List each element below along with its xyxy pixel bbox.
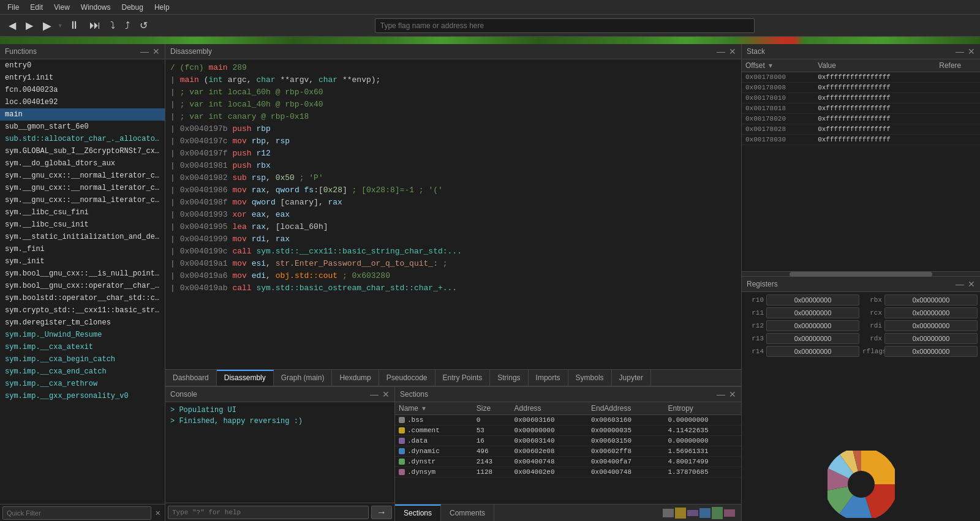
function-list-item[interactable]: sym.imp.__cxa_begin_catch	[0, 353, 165, 365]
registers-minimize-icon[interactable]: —	[956, 279, 964, 289]
register-value-input[interactable]	[884, 294, 978, 305]
menu-file[interactable]: File	[2, 2, 24, 13]
function-list-item[interactable]: sym.__do_global_dtors_aux	[0, 157, 165, 170]
menu-edit[interactable]: Edit	[25, 2, 48, 13]
register-value-input[interactable]	[884, 333, 978, 344]
asm-line[interactable]: | 0x00401982 sub rsp, 0x50 ; 'P'	[170, 172, 736, 184]
sections-table-row[interactable]: .data 16 0x00603140 0x00603150 0.0000000…	[395, 436, 741, 446]
asm-line[interactable]: | 0x004019ab call sym.std::basic_ostream…	[170, 282, 736, 294]
sections-table-row[interactable]: .comment 53 0x00000000 0x00000035 4.1142…	[395, 425, 741, 436]
back-button[interactable]: ◀	[5, 18, 20, 32]
stack-minimize-icon[interactable]: —	[956, 47, 964, 56]
asm-line[interactable]: | 0x004019a6 mov edi, obj.std::cout ; 0x…	[170, 270, 736, 282]
function-list-item[interactable]: sym.__static_initialization_and_destruct…	[0, 231, 165, 243]
function-list-item[interactable]: sym.bool__gnu_cxx::__is_null_pointer_cha…	[0, 268, 165, 280]
menu-windows[interactable]: Windows	[76, 2, 116, 13]
col-address[interactable]: Address	[511, 402, 587, 415]
asm-line[interactable]: | 0x00401993 xor eax, eax	[170, 209, 736, 221]
function-list-item[interactable]: sub__gmon_start_6e0	[0, 121, 165, 133]
sections-table-row[interactable]: .bss 0 0x00603160 0x00603160 0.00000000	[395, 415, 741, 425]
asm-line[interactable]: | 0x00401986 mov rax, qword fs:[0x28] ; …	[170, 184, 736, 197]
asm-line[interactable]: | ; var int canary @ rbp-0x18	[170, 111, 736, 123]
tab-disassembly[interactable]: Disassembly	[217, 370, 274, 386]
register-value-input[interactable]	[766, 307, 859, 318]
function-list-item[interactable]: sub.std::allocator_char_._allocator_490	[0, 133, 165, 145]
console-send-button[interactable]: →	[371, 506, 392, 519]
disassembly-content[interactable]: / (fcn) main 289| main (int argc, char *…	[165, 59, 741, 369]
function-list-item[interactable]: sym.__gnu_cxx::__normal_iterator_char_sl…	[0, 194, 165, 206]
asm-line[interactable]: | 0x0040197b push rbp	[170, 123, 736, 135]
tab-hexdump[interactable]: Hexdump	[332, 370, 379, 386]
tab-jupyter[interactable]: Jupyter	[612, 370, 651, 386]
console-close-icon[interactable]: ✕	[382, 389, 390, 399]
tab-entry-points[interactable]: Entry Points	[435, 370, 491, 386]
registers-close-icon[interactable]: ✕	[968, 279, 975, 289]
menu-view[interactable]: View	[49, 2, 75, 13]
tab-imports[interactable]: Imports	[529, 370, 568, 386]
stack-horizontal-scroll[interactable]	[742, 271, 980, 276]
register-value-input[interactable]	[884, 307, 978, 318]
asm-line[interactable]: | 0x0040199c call sym.std::__cxx11::basi…	[170, 246, 736, 258]
menu-debug[interactable]: Debug	[117, 2, 148, 13]
asm-line[interactable]: | 0x00401995 lea rax, [local_60h]	[170, 221, 736, 233]
function-list-item[interactable]: sym.crypto_std::__cxx11::basic_string_ch…	[0, 304, 165, 317]
minimize-icon[interactable]: —	[140, 47, 149, 56]
col-size[interactable]: Size	[473, 402, 511, 415]
function-list-item[interactable]: sym.GLOBAL_sub_I__Z6cryptoRNSt7_cx...	[0, 145, 165, 157]
tab-comments[interactable]: Comments	[441, 504, 494, 521]
stack-close-icon[interactable]: ✕	[968, 47, 975, 56]
asm-line[interactable]: | main (int argc, char **argv, char **en…	[170, 74, 736, 86]
function-list-item[interactable]: sym.__libc_csu_fini	[0, 206, 165, 219]
sections-table-row[interactable]: .dynstr 2143 0x00400748 0x00400fa7 4.800…	[395, 457, 741, 467]
function-list-item[interactable]: loc.00401e92	[0, 96, 165, 108]
register-value-input[interactable]	[884, 346, 978, 357]
close-icon[interactable]: ✕	[153, 47, 160, 56]
function-list-item[interactable]: sym._init	[0, 255, 165, 268]
sections-table-row[interactable]: .dynsym 1128 0x004002e0 0x00400748 1.378…	[395, 467, 741, 478]
asm-line[interactable]: | 0x00401981 push rbx	[170, 160, 736, 172]
console-minimize-icon[interactable]: —	[370, 389, 379, 399]
function-list-item[interactable]: entry0	[0, 59, 165, 72]
pause-button[interactable]: ⏸	[65, 18, 83, 33]
register-value-input[interactable]	[884, 320, 978, 331]
sections-table-row[interactable]: .dynamic 496 0x00602e08 0x00602ff8 1.569…	[395, 446, 741, 457]
function-list-item[interactable]: sym.imp.__cxa_atexit	[0, 341, 165, 353]
tab-sections[interactable]: Sections	[395, 504, 441, 521]
flag-search-input[interactable]	[375, 18, 755, 33]
function-list-item[interactable]: sym.__gnu_cxx::__normal_iterator_char_sl…	[0, 182, 165, 194]
stack-col-refere[interactable]: Refere	[935, 59, 980, 72]
tab-symbols[interactable]: Symbols	[568, 370, 612, 386]
function-list-item[interactable]: sym.imp.__cxa_end_catch	[0, 365, 165, 378]
function-list-item[interactable]: sym.imp._Unwind_Resume	[0, 329, 165, 341]
step-out-button[interactable]: ⤴	[121, 19, 134, 32]
asm-line[interactable]: | 0x004019a1 mov esi, str.Enter_Password…	[170, 258, 736, 270]
col-endaddress[interactable]: EndAddress	[587, 402, 664, 415]
run-button[interactable]: ▶	[39, 18, 55, 34]
register-value-input[interactable]	[766, 320, 859, 331]
tab-strings[interactable]: Strings	[490, 370, 528, 386]
sections-close-icon[interactable]: ✕	[729, 389, 736, 399]
tab-dashboard[interactable]: Dashboard	[165, 370, 217, 386]
col-entropy[interactable]: Entropy	[665, 402, 742, 415]
asm-line[interactable]: | ; var int local_40h @ rbp-0x40	[170, 99, 736, 111]
function-list-item[interactable]: sym._fini	[0, 243, 165, 255]
forward-button[interactable]: ▶	[22, 18, 37, 32]
asm-line[interactable]: | 0x00401999 mov rdi, rax	[170, 233, 736, 246]
asm-line[interactable]: | 0x0040197c mov rbp, rsp	[170, 135, 736, 148]
sections-minimize-icon[interactable]: —	[717, 389, 725, 399]
register-value-input[interactable]	[766, 346, 859, 357]
console-input-field[interactable]	[168, 506, 369, 519]
function-list-item[interactable]: main	[0, 108, 165, 121]
restart-button[interactable]: ↺	[136, 18, 151, 32]
menu-help[interactable]: Help	[149, 2, 175, 13]
function-list-item[interactable]: sym.deregister_tm_clones	[0, 317, 165, 329]
asm-line[interactable]: | 0x0040197f push r12	[170, 148, 736, 160]
filter-clear-button[interactable]: ✕	[154, 508, 162, 518]
disassembly-minimize-icon[interactable]: —	[717, 47, 725, 56]
function-list-item[interactable]: sym.boolstd::operator__char_std::char_tr…	[0, 292, 165, 304]
asm-line[interactable]: / (fcn) main 289	[170, 62, 736, 74]
function-list-item[interactable]: fcn.0040023a	[0, 84, 165, 96]
register-value-input[interactable]	[766, 333, 859, 344]
function-list-item[interactable]: sym.imp.__gxx_personality_v0	[0, 390, 165, 402]
function-list-item[interactable]: sym.__gnu_cxx::__normal_iterator_char_s.…	[0, 170, 165, 182]
